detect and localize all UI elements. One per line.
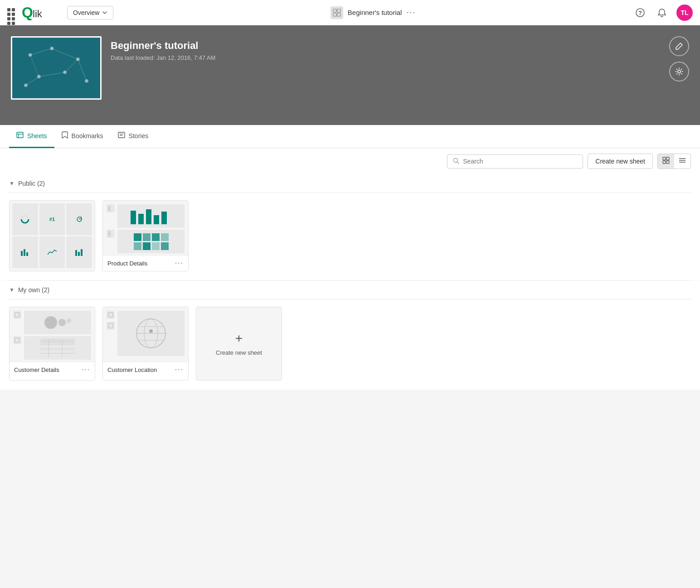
svg-rect-32 (663, 157, 666, 160)
nav-center: Beginner's tutorial ··· (119, 6, 627, 19)
preview-cell-linechart (39, 236, 65, 268)
customer-details-card-footer: Customer Details ··· (10, 361, 95, 377)
preview-cell-areachart (66, 236, 92, 268)
cust-bubble (24, 311, 91, 334)
preview-cell-number: #1 (39, 203, 65, 235)
svg-rect-51 (146, 209, 151, 224)
prod-icon-1 (107, 204, 115, 212)
svg-rect-33 (666, 157, 669, 160)
svg-point-15 (24, 83, 28, 87)
app-thumbnail (11, 36, 102, 100)
tab-sheets-label: Sheets (27, 132, 47, 140)
customer-location-label: Customer Location (107, 366, 157, 373)
svg-rect-44 (75, 250, 77, 256)
svg-rect-68 (15, 338, 19, 342)
grid-menu-icon[interactable] (7, 8, 16, 17)
svg-rect-63 (161, 242, 169, 250)
app-more-menu[interactable]: ··· (406, 8, 416, 17)
bookmarks-icon (62, 131, 68, 140)
svg-rect-43 (26, 252, 28, 256)
chevron-down-icon-2: ▼ (9, 287, 15, 293)
product-details-card[interactable]: Product Details ··· (102, 200, 189, 271)
svg-rect-47 (108, 206, 110, 208)
loc-icon-2 (107, 322, 115, 330)
qlik-logo[interactable]: Q lik (22, 5, 58, 21)
svg-rect-64 (15, 313, 19, 317)
cust-icon-2 (13, 336, 21, 344)
svg-rect-5 (337, 13, 340, 16)
chevron-down-icon: ▼ (9, 180, 15, 187)
edit-button[interactable] (669, 36, 689, 56)
my-own-section-header[interactable]: ▼ My own (2) (9, 281, 691, 299)
public-section-header[interactable]: ▼ Public (2) (9, 174, 691, 193)
dropdown-label: Overview (73, 9, 99, 16)
list-view-button[interactable] (674, 154, 690, 169)
tab-bookmarks[interactable]: Bookmarks (54, 125, 111, 148)
plus-icon: + (235, 331, 243, 346)
customer-details-more-menu[interactable]: ··· (82, 366, 90, 374)
public-section-label: Public (2) (18, 180, 45, 187)
customer-location-card[interactable]: Customer Location ··· (102, 307, 189, 381)
overview-dropdown[interactable]: Overview (67, 6, 113, 19)
preview-cell-refresh (66, 203, 92, 235)
prod-grid-chart (117, 230, 185, 253)
svg-rect-27 (118, 132, 125, 138)
svg-rect-69 (40, 339, 75, 343)
nav-right: ? TL (633, 5, 693, 21)
create-new-sheet-card[interactable]: + Create new sheet (196, 307, 282, 381)
svg-text:Q: Q (22, 5, 33, 20)
user-avatar[interactable]: TL (676, 5, 693, 21)
svg-rect-4 (333, 13, 336, 16)
help-button[interactable]: ? (633, 5, 647, 20)
hero-title: Beginner's tutorial (111, 40, 215, 52)
create-new-sheet-button[interactable]: Create new sheet (588, 154, 653, 169)
svg-rect-35 (666, 161, 669, 164)
public-section: ▼ Public (2) #1 (0, 174, 700, 280)
prod-icon-2 (107, 230, 115, 238)
customer-location-more-menu[interactable]: ··· (175, 366, 184, 374)
hero-info: Beginner's tutorial Data last loaded: Ja… (102, 36, 224, 65)
svg-rect-76 (108, 323, 113, 328)
product-details-label: Product Details (107, 260, 147, 267)
customer-location-preview (103, 307, 188, 361)
preview-cell-barchart (12, 236, 38, 268)
preview-cell-pie (12, 203, 38, 235)
customer-details-label: Customer Details (14, 366, 59, 373)
svg-rect-3 (337, 9, 340, 12)
svg-rect-42 (24, 249, 25, 256)
chevron-down-icon (102, 10, 107, 15)
loc-globe (117, 311, 185, 356)
search-input[interactable] (463, 158, 577, 165)
product-preview (103, 201, 188, 255)
create-card-label: Create new sheet (216, 349, 262, 356)
hero-actions (669, 36, 689, 82)
dashboard-card[interactable]: #1 (9, 200, 95, 271)
svg-rect-34 (663, 161, 666, 164)
svg-rect-8 (13, 38, 99, 98)
svg-rect-62 (152, 242, 160, 250)
customer-details-card[interactable]: Customer Details ··· (9, 307, 95, 381)
notifications-button[interactable] (655, 5, 669, 20)
svg-point-65 (44, 316, 57, 329)
grid-view-button[interactable] (658, 154, 674, 169)
tab-stories-label: Stories (129, 132, 149, 140)
svg-point-66 (58, 319, 66, 326)
my-own-section-label: My own (2) (18, 286, 49, 294)
svg-point-9 (29, 53, 32, 57)
search-box[interactable] (447, 154, 583, 169)
app-title: Beginner's tutorial (348, 9, 402, 16)
loc-icon-1 (107, 311, 115, 319)
cust-icon-1 (13, 311, 21, 319)
svg-rect-2 (333, 9, 336, 12)
svg-rect-41 (21, 251, 23, 256)
tab-stories[interactable]: Stories (111, 125, 156, 148)
tab-sheets[interactable]: Sheets (9, 125, 54, 148)
svg-rect-48 (108, 209, 110, 211)
product-details-more-menu[interactable]: ··· (175, 259, 184, 267)
settings-button[interactable] (669, 62, 689, 82)
svg-rect-60 (134, 242, 141, 250)
svg-rect-24 (17, 132, 23, 138)
dashboard-card-footer: Dashboard ··· (10, 271, 95, 271)
svg-rect-57 (143, 233, 151, 241)
svg-rect-58 (152, 233, 160, 241)
